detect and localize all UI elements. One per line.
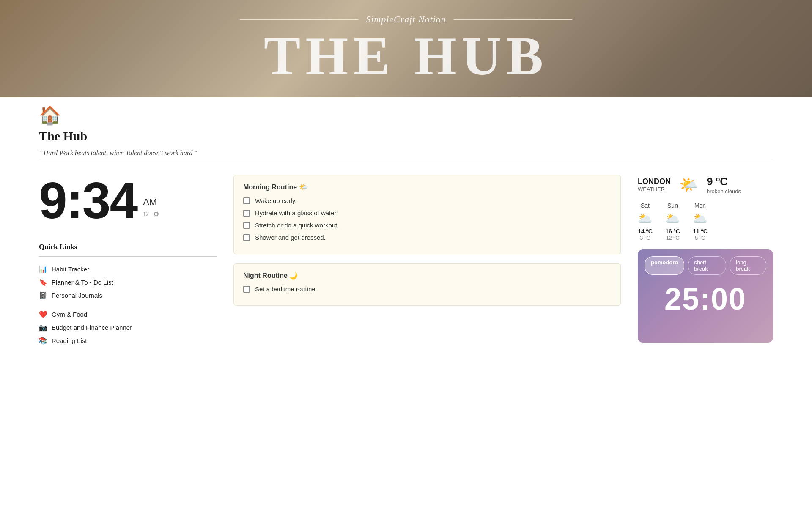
planner-icon: 🔖	[39, 278, 47, 286]
budget-label: Budget and Finance Planner	[52, 324, 132, 331]
header-banner: SimpleCraft Notion THE HUB	[0, 0, 812, 97]
weather-desc: broken clouds	[707, 188, 741, 195]
journals-label: Personal Journals	[52, 292, 102, 299]
morning-checkbox-3[interactable]	[243, 234, 250, 241]
page-content: 🏠 The Hub " Hard Work beats talent, when…	[0, 105, 812, 347]
journals-icon: 📓	[39, 291, 47, 299]
planner-label: Planner & To - Do List	[52, 279, 113, 286]
weather-forecast: Sat 🌥️ 14 ºC 3 ºC Sun 🌥️ 16 ºC 12 ºC Mon…	[638, 202, 773, 241]
morning-checkbox-2[interactable]	[243, 222, 250, 229]
gym-label: Gym & Food	[52, 311, 87, 318]
page-title: The Hub	[39, 129, 773, 143]
brand-name: SimpleCraft Notion	[366, 14, 446, 25]
morning-item-1: Hydrate with a glass of water	[243, 209, 611, 217]
morning-label-0: Wake up early.	[255, 197, 296, 204]
forecast-sat-icon: 🌥️	[638, 211, 653, 225]
forecast-sat-name: Sat	[638, 202, 653, 209]
quote-text: " Hard Work beats talent, when Talent do…	[39, 149, 773, 157]
clock-bottom-row: 12 ⚙	[143, 210, 159, 218]
right-line	[454, 19, 572, 20]
forecast-sun-icon: 🌥️	[665, 211, 680, 225]
reading-icon: 📚	[39, 337, 47, 345]
pomo-tab-short-break[interactable]: short break	[688, 256, 726, 275]
forecast-sat-low: 3 ºC	[638, 235, 653, 241]
weather-location: LONDON WEATHER	[638, 177, 671, 192]
night-checkbox-0[interactable]	[243, 286, 250, 293]
habit-tracker-label: Habit Tracker	[52, 266, 89, 273]
pomo-tab-long-break[interactable]: long break	[730, 256, 766, 275]
quick-links-title: Quick Links	[39, 243, 217, 251]
morning-checkbox-0[interactable]	[243, 197, 250, 204]
home-icon-wrap: 🏠	[39, 105, 773, 126]
forecast-mon-icon: 🌥️	[693, 211, 708, 225]
middle-column: Morning Routine 🌤️ Wake up early. Hydrat…	[233, 175, 621, 315]
night-label-0: Set a bedtime routine	[255, 285, 315, 293]
weather-current: LONDON WEATHER 🌤️ 9 ºC broken clouds	[638, 175, 773, 195]
morning-item-3: Shower and get dressed.	[243, 234, 611, 241]
morning-label-3: Shower and get dressed.	[255, 234, 326, 241]
reading-label: Reading List	[52, 337, 87, 344]
forecast-sun-high: 16 ºC	[665, 228, 680, 235]
habit-tracker-icon: 📊	[39, 265, 47, 273]
night-item-0: Set a bedtime routine	[243, 285, 611, 293]
clock-format: 12	[143, 211, 149, 218]
forecast-mon-high: 11 ºC	[693, 228, 708, 235]
forecast-sun-name: Sun	[665, 202, 680, 209]
forecast-sat-high: 14 ºC	[638, 228, 653, 235]
home-icon[interactable]: 🏠	[39, 106, 61, 125]
forecast-mon-name: Mon	[693, 202, 708, 209]
quick-links-divider	[39, 256, 217, 257]
title-divider	[39, 162, 773, 162]
brand-line: SimpleCraft Notion	[240, 14, 572, 25]
forecast-mon: Mon 🌥️ 11 ºC 8 ºC	[693, 202, 708, 241]
pomodoro-time: 25:00	[664, 282, 746, 316]
morning-checkbox-1[interactable]	[243, 210, 250, 217]
left-column: 9:34 AM 12 ⚙ Quick Links 📊 Habit Tracker	[39, 175, 217, 347]
forecast-mon-low: 8 ºC	[693, 235, 708, 241]
quick-link-reading[interactable]: 📚 Reading List	[39, 334, 217, 347]
quick-link-habit-tracker[interactable]: 📊 Habit Tracker	[39, 263, 217, 276]
pomo-tab-pomodoro[interactable]: pomodoro	[645, 256, 684, 275]
clock-section: 9:34 AM 12 ⚙	[39, 175, 217, 226]
forecast-sat: Sat 🌥️ 14 ºC 3 ºC	[638, 202, 653, 241]
weather-label: WEATHER	[638, 186, 671, 192]
right-column: LONDON WEATHER 🌤️ 9 ºC broken clouds Sat…	[638, 175, 773, 343]
morning-item-0: Wake up early.	[243, 197, 611, 204]
budget-icon: 📷	[39, 323, 47, 332]
quick-link-planner[interactable]: 🔖 Planner & To - Do List	[39, 276, 217, 289]
forecast-sun-low: 12 ºC	[665, 235, 680, 241]
night-routine-title: Night Routine 🌙	[243, 271, 611, 280]
clock-time: 9:34	[39, 175, 137, 226]
quick-link-gym[interactable]: ❤️ Gym & Food	[39, 308, 217, 321]
morning-routine-card: Morning Routine 🌤️ Wake up early. Hydrat…	[233, 175, 621, 254]
quick-link-journals[interactable]: 📓 Personal Journals	[39, 289, 217, 302]
weather-temp-block: 9 ºC broken clouds	[707, 175, 741, 195]
morning-routine-title: Morning Routine 🌤️	[243, 183, 611, 191]
quick-link-budget[interactable]: 📷 Budget and Finance Planner	[39, 321, 217, 334]
morning-label-1: Hydrate with a glass of water	[255, 209, 337, 217]
pomodoro-section: pomodoro short break long break 25:00	[638, 249, 773, 343]
morning-label-2: Stretch or do a quick workout.	[255, 222, 339, 229]
weather-temp: 9 ºC	[707, 175, 741, 188]
gym-icon: ❤️	[39, 310, 47, 318]
links-spacer	[39, 302, 217, 308]
weather-city: LONDON	[638, 177, 671, 186]
quick-links-section: Quick Links 📊 Habit Tracker 🔖 Planner & …	[39, 243, 217, 347]
clock-right: AM 12 ⚙	[143, 197, 159, 226]
clock-ampm: AM	[143, 197, 157, 208]
main-title: THE HUB	[264, 28, 549, 83]
morning-item-2: Stretch or do a quick workout.	[243, 222, 611, 229]
forecast-sun: Sun 🌥️ 16 ºC 12 ºC	[665, 202, 680, 241]
weather-main-icon: 🌤️	[679, 176, 698, 194]
main-grid: 9:34 AM 12 ⚙ Quick Links 📊 Habit Tracker	[39, 175, 773, 347]
clock-gear-icon[interactable]: ⚙	[153, 210, 159, 218]
night-routine-card: Night Routine 🌙 Set a bedtime routine	[233, 263, 621, 306]
weather-section: LONDON WEATHER 🌤️ 9 ºC broken clouds Sat…	[638, 175, 773, 241]
pomodoro-tabs: pomodoro short break long break	[638, 249, 773, 275]
left-line	[240, 19, 358, 20]
